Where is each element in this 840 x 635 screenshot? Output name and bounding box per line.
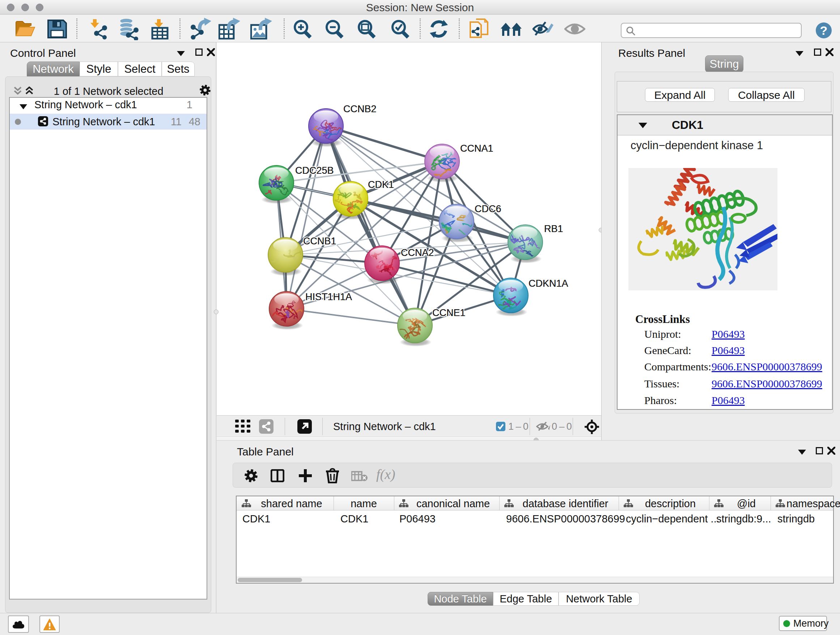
svg-text:CDC6: CDC6 xyxy=(475,203,501,214)
svg-text:RB1: RB1 xyxy=(544,223,563,234)
svg-text:CDC25B: CDC25B xyxy=(295,165,334,176)
svg-text:CCNA2: CCNA2 xyxy=(401,247,434,258)
svg-text:CCNE1: CCNE1 xyxy=(432,307,466,318)
svg-text:CDKN1A: CDKN1A xyxy=(529,278,568,289)
svg-text:CDK1: CDK1 xyxy=(368,179,394,190)
svg-text:CCNB1: CCNB1 xyxy=(303,236,336,247)
svg-text:CCNB2: CCNB2 xyxy=(343,103,377,114)
svg-text:CCNA1: CCNA1 xyxy=(460,143,493,154)
svg-text:HIST1H1A: HIST1H1A xyxy=(305,291,352,302)
